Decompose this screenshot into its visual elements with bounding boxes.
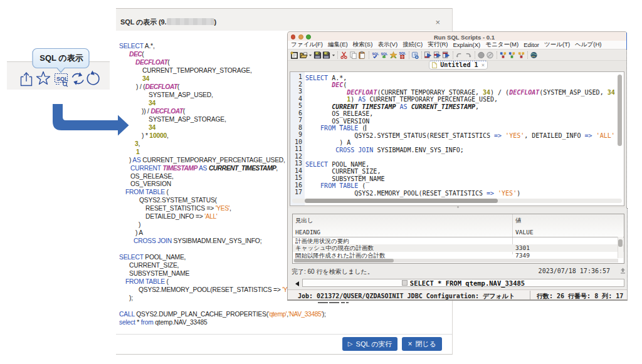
- grid-data-row[interactable]: 開始以降作成された計画の合計数7349: [293, 252, 624, 259]
- svg-text:SQL: SQL: [372, 51, 379, 55]
- menu-h[interactable]: ヘルプ(H): [575, 41, 601, 49]
- toolbar-separator: [421, 51, 422, 59]
- star-burst-icon[interactable]: [389, 51, 397, 60]
- result-status-row: 完了: 60 行を検索しました。 2023/07/18 17:36:57: [288, 264, 627, 277]
- statement-label: SELECT * FROM qtemp.NAV_33485: [410, 279, 525, 287]
- editor-line: FROM TABLE (: [305, 125, 620, 132]
- sql-star-icon[interactable]: SQL: [380, 51, 388, 60]
- grid-header-row: 見出し値: [293, 216, 624, 225]
- sql-editor[interactable]: 1234567891011121314151617 SELECT A.*, DE…: [290, 71, 624, 206]
- grid-data-row[interactable]: 計画使用状況の要約: [293, 237, 624, 244]
- line-number: 4: [298, 95, 302, 102]
- insert-snippet-icon[interactable]: [411, 51, 419, 60]
- save-icon[interactable]: [313, 51, 322, 60]
- sql-check-icon[interactable]: SQL: [371, 51, 379, 60]
- editor-line: OS_RELEASE,: [305, 110, 620, 118]
- minimize-traffic-light[interactable]: [298, 34, 303, 39]
- editor-line: DECFLOAT(CURRENT_TEMPORARY_STORAGE, 34) …: [305, 89, 620, 96]
- job-info: Job: 021372/QUSER/QZDASOINIT JDBC Config…: [298, 292, 515, 301]
- editor-line: CURRENT TIMESTAMP AS CURRENT_TIMESTAMP,: [305, 103, 620, 111]
- editor-line: OS_VERSION: [305, 118, 620, 125]
- grid-cell: 計画使用状況の要約: [293, 237, 512, 244]
- grid-cell: 見出し: [293, 216, 512, 225]
- editor-vertical-scrollbar[interactable]: [618, 75, 622, 146]
- close-traffic-light[interactable]: [291, 34, 296, 39]
- globe-icon[interactable]: [530, 51, 538, 60]
- menu-f[interactable]: ファイル(F): [291, 41, 323, 49]
- toolbar-separator: [475, 51, 475, 59]
- dialog-close-icon[interactable]: ×: [435, 18, 440, 26]
- copy-icon[interactable]: [349, 51, 357, 60]
- scroll-top-icon[interactable]: [620, 268, 626, 274]
- editor-horizontal-scrollbar[interactable]: [305, 199, 498, 204]
- editor-line: QSYS2.SYSTEM_STATUS(RESET_STATISTICS => …: [305, 132, 620, 140]
- run-icon: ▷: [348, 341, 353, 347]
- tab-active-indicator: [431, 61, 486, 61]
- grid-cell: 値: [512, 216, 522, 225]
- undo-icon[interactable]: [455, 51, 463, 60]
- menu-s[interactable]: 検索(S): [353, 41, 373, 49]
- toolbar-separator: [527, 51, 528, 59]
- new-icon[interactable]: [290, 51, 298, 60]
- grid-header-row: HEADINGVALUE: [293, 228, 624, 236]
- explain-while-icon[interactable]: [517, 51, 525, 60]
- window-titlebar[interactable]: Run SQL Scripts - 0.1: [288, 31, 627, 41]
- open-dropdown-icon[interactable]: [308, 51, 312, 60]
- splitter-handle[interactable]: [457, 206, 459, 208]
- menu-c[interactable]: 接続(C): [403, 41, 423, 49]
- dialog-title: SQL の表示 (9.): [120, 18, 216, 27]
- explain-icon[interactable]: [499, 51, 507, 60]
- menu-r[interactable]: 実行(R): [428, 41, 448, 49]
- menu-t[interactable]: ツール(T): [544, 41, 570, 49]
- grid-data-row[interactable]: キャッシュ中の現在の計画数3301: [293, 244, 624, 251]
- previous-result-icon[interactable]: [295, 281, 299, 286]
- line-number: 14: [295, 167, 302, 174]
- menu-editor[interactable]: Editor: [524, 41, 539, 48]
- statement-field[interactable]: SELECT * FROM qtemp.NAV_33485: [302, 279, 624, 287]
- menu-e[interactable]: 編集(E): [328, 41, 348, 49]
- run-all-icon[interactable]: [424, 51, 432, 60]
- line-number: 3: [298, 88, 302, 95]
- line-number: 10: [295, 138, 302, 145]
- run-selected-icon[interactable]: [433, 51, 441, 60]
- close-button[interactable]: ×閉じる: [402, 337, 442, 351]
- tab-close-icon[interactable]: ×: [482, 62, 485, 68]
- cut-icon[interactable]: [340, 51, 348, 60]
- zoom-traffic-light[interactable]: [306, 34, 311, 39]
- toolbar-separator: [409, 51, 409, 59]
- result-navbar: SELECT * FROM qtemp.NAV_33485: [288, 278, 627, 289]
- redo-icon[interactable]: [464, 51, 472, 60]
- menubar: ファイル(F)編集(E)検索(S)表示(V)接続(C)実行(R)Explain(…: [288, 41, 627, 50]
- line-number: 15: [295, 174, 302, 181]
- open-icon[interactable]: [300, 51, 308, 60]
- saveall-icon[interactable]: [322, 51, 330, 60]
- explain-run-icon[interactable]: [508, 51, 516, 60]
- editor-line: 1) AS CURRENT_TEMPORARY_PERCENTAGE_USED,: [305, 96, 620, 103]
- menu-m[interactable]: モニター(M): [485, 41, 518, 49]
- statement-checkbox-icon[interactable]: [402, 280, 408, 286]
- line-number: 11: [295, 145, 302, 152]
- line-number: 13: [295, 160, 302, 167]
- grid-horizontal-scrollbar[interactable]: [294, 259, 394, 263]
- line-number: 17: [295, 189, 302, 195]
- paste-icon[interactable]: [358, 51, 366, 60]
- run-sql-scripts-window-top: Run SQL Scripts - 0.1 ファイル(F)編集(E)検索(S)表…: [287, 31, 627, 208]
- run-from-icon[interactable]: [442, 51, 450, 60]
- run-sql-button[interactable]: ▷SQL の実行: [342, 337, 398, 351]
- tab-untitled-1[interactable]: Untitled 1 ×: [429, 60, 488, 70]
- current-statement[interactable]: SELECT * FROM qtemp.NAV_33485: [402, 279, 525, 287]
- grid-vertical-scrollbar[interactable]: [618, 239, 623, 247]
- stop-icon[interactable]: [477, 51, 485, 60]
- dialog-sql-line: [119, 303, 450, 311]
- menu-explainx[interactable]: Explain(X): [453, 41, 480, 48]
- cancel-icon[interactable]: [486, 51, 494, 60]
- text-remnant: [341, 302, 345, 303]
- tab-label: Untitled 1: [439, 61, 480, 68]
- editor-line: SELECT POOL_NAME,: [305, 161, 620, 169]
- result-grid[interactable]: 見出し値HEADINGVALUE計画使用状況の要約キャッシュ中の現在の計画数33…: [292, 214, 624, 264]
- text-cursor: [366, 125, 366, 131]
- menu-v[interactable]: 表示(V): [377, 41, 397, 49]
- sql-grid-icon[interactable]: SQL: [398, 51, 406, 60]
- grid-cell: キャッシュ中の現在の計画数: [293, 244, 512, 251]
- saveall-dropdown-icon[interactable]: [332, 51, 335, 60]
